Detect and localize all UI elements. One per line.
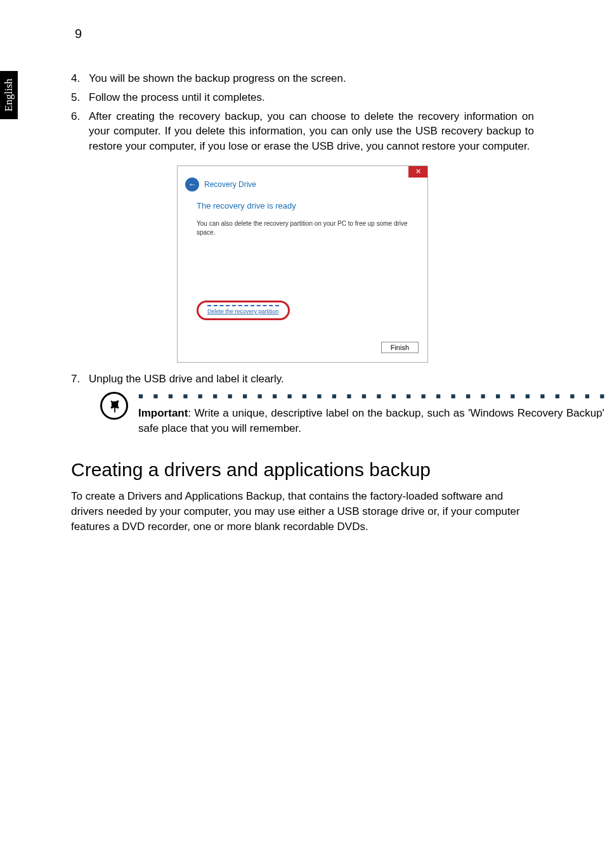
delete-partition-link[interactable]: Delete the recovery partition: [207, 305, 279, 316]
section-heading: Creating a drivers and applications back…: [71, 458, 534, 481]
finish-button[interactable]: Finish: [381, 342, 419, 353]
recovery-dialog-window: ✕ ← Recovery Drive The recovery drive is…: [177, 165, 428, 363]
back-button[interactable]: ←: [185, 178, 199, 191]
step-6: 6. After creating the recovery backup, y…: [71, 109, 534, 154]
dialog-body-text: You can also delete the recovery partiti…: [197, 219, 408, 237]
close-button[interactable]: ✕: [408, 166, 427, 178]
step-6-text: After creating the recovery backup, you …: [89, 109, 534, 154]
pin-icon: [100, 392, 128, 420]
important-note-text: Important: Write a unique, descriptive l…: [138, 406, 605, 437]
important-label: Important: [138, 407, 188, 419]
step-5: 5. Follow the process until it completes…: [71, 90, 534, 105]
recovery-dialog-screenshot: ✕ ← Recovery Drive The recovery drive is…: [71, 165, 534, 363]
language-tab: English: [0, 71, 18, 119]
step-5-number: 5.: [71, 90, 89, 105]
step-7-text: Unplug the USB drive and label it clearl…: [89, 372, 534, 387]
step-6-number: 6.: [71, 109, 89, 154]
step-4-text: You will be shown the backup progress on…: [89, 71, 534, 86]
section-paragraph: To create a Drivers and Applications Bac…: [71, 489, 534, 534]
step-7-number: 7.: [71, 372, 89, 387]
important-body: : Write a unique, descriptive label on t…: [138, 407, 605, 435]
dialog-title: Recovery Drive: [204, 179, 256, 190]
note-divider-dots: ■ ■ ■ ■ ■ ■ ■ ■ ■ ■ ■ ■ ■ ■ ■ ■ ■ ■ ■ ■ …: [138, 391, 605, 402]
page-number: 9: [75, 27, 82, 41]
dialog-heading: The recovery drive is ready: [197, 200, 408, 212]
step-5-text: Follow the process until it completes.: [89, 90, 534, 105]
important-note: ■ ■ ■ ■ ■ ■ ■ ■ ■ ■ ■ ■ ■ ■ ■ ■ ■ ■ ■ ■ …: [100, 391, 534, 437]
step-4-number: 4.: [71, 71, 89, 86]
step-4: 4. You will be shown the backup progress…: [71, 71, 534, 86]
delete-partition-highlight: Delete the recovery partition: [197, 301, 290, 320]
step-7: 7. Unplug the USB drive and label it cle…: [71, 372, 534, 387]
